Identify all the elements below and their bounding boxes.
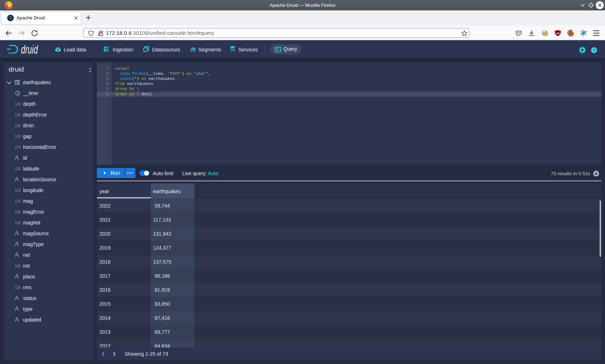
- svg-text:?: ?: [593, 48, 595, 53]
- svg-text:uO: uO: [556, 32, 560, 35]
